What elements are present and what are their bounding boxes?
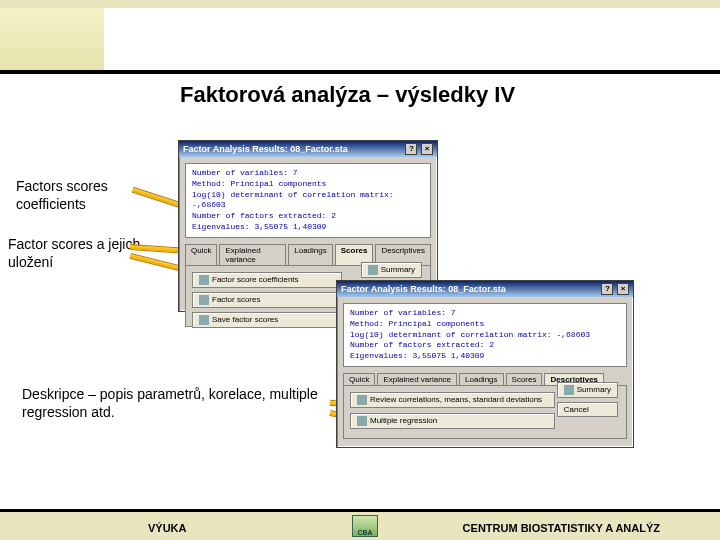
cancel-button[interactable]: Cancel [557, 402, 618, 417]
help-icon[interactable]: ? [405, 143, 417, 155]
summary-icon [564, 385, 574, 395]
footer-right-label: CENTRUM BIOSTATISTIKY A ANALÝZ [463, 522, 660, 534]
table-icon [199, 295, 209, 305]
titlebar[interactable]: Factor Analysis Results: 08_Factor.sta ?… [337, 281, 633, 297]
header-stripe [0, 0, 720, 8]
save-icon [199, 315, 209, 325]
header-accent-box [0, 8, 104, 70]
table-icon [357, 416, 367, 426]
annot-coefficients: Factors scores coefficients [16, 178, 146, 213]
window-title: Factor Analysis Results: 08_Factor.sta [341, 284, 506, 294]
annot-scores: Factor scores a jejich uložení [8, 236, 148, 271]
review-corr-button[interactable]: Review correlations, means, standard dev… [350, 392, 555, 408]
info-panel: Number of variables: 7 Method: Principal… [343, 303, 627, 367]
info-panel: Number of variables: 7 Method: Principal… [185, 163, 431, 238]
tab-explained-variance[interactable]: Explained variance [219, 244, 286, 265]
annot-descriptives: Deskripce – popis parametrů, korelace, m… [22, 386, 352, 421]
table-icon [199, 275, 209, 285]
tab-panel: Review correlations, means, standard dev… [343, 385, 627, 439]
footer-logo: CBA [352, 515, 378, 537]
tab-loadings[interactable]: Loadings [288, 244, 332, 265]
multiple-regression-button[interactable]: Multiple regression [350, 413, 555, 429]
window-controls[interactable]: ? × [600, 283, 629, 295]
summary-icon [368, 265, 378, 275]
window-controls[interactable]: ? × [404, 143, 433, 155]
table-icon [357, 395, 367, 405]
dialog-factor-results-descriptives: Factor Analysis Results: 08_Factor.sta ?… [336, 280, 634, 448]
factor-scores-button[interactable]: Factor scores [192, 292, 342, 308]
tab-scores[interactable]: Scores [506, 373, 543, 385]
summary-button[interactable]: Summary [361, 262, 422, 278]
tab-loadings[interactable]: Loadings [459, 373, 503, 385]
close-icon[interactable]: × [421, 143, 433, 155]
tab-quick[interactable]: Quick [185, 244, 217, 265]
factor-score-coeff-button[interactable]: Factor score coefficients [192, 272, 342, 288]
titlebar[interactable]: Factor Analysis Results: 08_Factor.sta ?… [179, 141, 437, 157]
page-title: Faktorová analýza – výsledky IV [180, 82, 680, 108]
help-icon[interactable]: ? [601, 283, 613, 295]
tab-quick[interactable]: Quick [343, 373, 375, 385]
tab-explained-variance[interactable]: Explained variance [377, 373, 457, 385]
header-divider [0, 70, 720, 74]
save-factor-scores-button[interactable]: Save factor scores [192, 312, 342, 328]
close-icon[interactable]: × [617, 283, 629, 295]
window-title: Factor Analysis Results: 08_Factor.sta [183, 144, 348, 154]
footer-left-label: VÝUKA [148, 522, 187, 534]
summary-button[interactable]: Summary [557, 382, 618, 398]
